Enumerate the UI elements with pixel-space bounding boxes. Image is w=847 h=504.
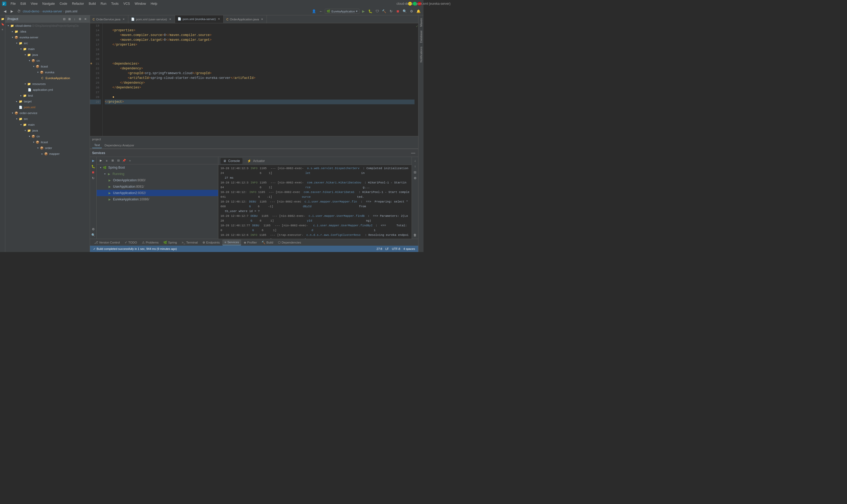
tab-dependency-analyzer[interactable]: Dependency Analyzer: [103, 142, 136, 148]
tab-version-control[interactable]: ⎇ Version Control: [92, 239, 122, 246]
svc-item-springboot[interactable]: ▾ 🌿 Spring Boot: [96, 164, 218, 171]
tab-problems[interactable]: ⚠ Problems: [140, 239, 161, 246]
tree-item-src-order[interactable]: ▾ 📁 src: [5, 116, 90, 122]
tree-item-itcast[interactable]: ▾ 📦 itcast: [5, 64, 90, 69]
tab-close-button[interactable]: ✕: [217, 17, 221, 21]
svc-toolbar-layout[interactable]: ≡: [104, 158, 109, 163]
svc-item-order-app[interactable]: ▶ OrderApplication :8080/: [96, 177, 218, 183]
collapse-all-button[interactable]: ⊟: [62, 17, 67, 21]
svc-debug-button[interactable]: 🐛: [91, 164, 96, 169]
settings-button[interactable]: ⚙: [409, 8, 415, 14]
back-button[interactable]: ◀: [2, 8, 8, 14]
console-clear-button[interactable]: 🗑: [412, 232, 418, 238]
profile-button[interactable]: 👤: [311, 8, 317, 14]
svc-toolbar-add[interactable]: +: [127, 158, 132, 163]
tree-item-target[interactable]: ▸ 📁 target: [5, 98, 90, 104]
tab-order-service[interactable]: C OrderService.java ✕: [90, 15, 128, 23]
code-content[interactable]: <properties> <maven.compiler.source>8</m…: [103, 23, 415, 136]
svc-item-user-app2[interactable]: ▶ UserApplication2 :8082/: [96, 190, 218, 196]
tree-item-pom-xml[interactable]: 📄 pom.xml: [5, 104, 90, 110]
svc-item-user-app[interactable]: ▶ UserApplication :8081/: [96, 183, 218, 190]
line-separator[interactable]: LF: [384, 246, 390, 252]
tree-item-java-order[interactable]: ▾ 📁 java: [5, 128, 90, 133]
cursor-position[interactable]: 27:8: [376, 246, 383, 252]
tree-item-src[interactable]: ▾ 📁 src: [5, 40, 90, 46]
tree-item-eureka-application[interactable]: C EurekaApplication: [5, 75, 90, 81]
svc-toolbar-run[interactable]: ▶: [98, 158, 104, 163]
svc-stop-button[interactable]: ⏹: [91, 170, 96, 175]
build-status[interactable]: ✓ Build completed successfully in 1 sec,…: [92, 246, 178, 252]
run-config[interactable]: 🌿 EurekaApplication ▾: [325, 9, 359, 14]
settings-panel-button[interactable]: ⚙: [77, 17, 82, 21]
menu-code[interactable]: Code: [57, 1, 69, 6]
tree-item-test[interactable]: ▸ 📁 test: [5, 93, 90, 98]
tab-close-button[interactable]: ✕: [122, 17, 125, 21]
search-everywhere-button[interactable]: 🔍: [402, 8, 408, 14]
tab-profiler[interactable]: ◈ Profiler: [242, 239, 259, 246]
tab-services[interactable]: ≡ Services: [222, 239, 241, 246]
tab-build[interactable]: 🔨 Build: [259, 239, 275, 246]
forward-button[interactable]: ▶: [9, 8, 15, 14]
menu-edit[interactable]: Edit: [18, 1, 28, 6]
maven-label[interactable]: Maven: [419, 17, 423, 28]
indent-settings[interactable]: 4 spaces: [402, 246, 416, 252]
build-button[interactable]: 🔨: [381, 8, 387, 14]
tab-terminal[interactable]: >_ Terminal: [179, 239, 200, 246]
svc-search-button[interactable]: 🔍: [91, 232, 96, 238]
database-label[interactable]: Database: [419, 30, 423, 44]
notifications-label[interactable]: Notifications: [419, 46, 423, 64]
console-filter-button[interactable]: ⊟: [412, 170, 418, 175]
svc-resume-button[interactable]: ↻: [91, 176, 96, 181]
tree-item-eureka-folder[interactable]: ▾ 📦 eureka: [5, 69, 90, 75]
tree-item-order-folder[interactable]: ▾ 📦 order: [5, 145, 90, 151]
tab-todo[interactable]: ✓ TODO: [123, 239, 139, 246]
tree-item-resources[interactable]: ▾ 📁 resources: [5, 81, 90, 87]
tab-close-button[interactable]: ✕: [168, 17, 172, 21]
svc-run-button[interactable]: ▶: [91, 158, 96, 163]
menu-window[interactable]: Window: [132, 1, 148, 6]
menu-vcs[interactable]: VCS: [121, 1, 132, 6]
menu-tools[interactable]: Tools: [109, 1, 121, 6]
menu-view[interactable]: View: [29, 1, 40, 6]
notifications-button[interactable]: 🔔: [416, 8, 421, 14]
menu-refactor[interactable]: Refactor: [70, 1, 86, 6]
tree-item-main-order[interactable]: ▾ 📁 main: [5, 122, 90, 128]
menu-help[interactable]: Help: [148, 1, 159, 6]
menu-file[interactable]: File: [8, 1, 18, 6]
tree-item-mapper[interactable]: ▸ 📦 mapper: [5, 151, 90, 157]
scroll-to-end-button[interactable]: ↓: [412, 158, 418, 163]
tab-order-application[interactable]: C OrderApplication.java ✕: [224, 15, 267, 23]
tab-endpoints[interactable]: ⊕ Endpoints: [200, 239, 222, 246]
expand-all-button[interactable]: ⊞: [67, 17, 72, 21]
menu-build[interactable]: Build: [87, 1, 98, 6]
tree-item-eureka-server[interactable]: ▾ 📦 eureka-server: [5, 34, 90, 40]
tree-item-cn-order[interactable]: ▾ 📦 cn: [5, 133, 90, 139]
tree-item-cloud-demo[interactable]: ▾ 📁 cloud-demo D:\DingJiaxiong\IdeaProje…: [5, 23, 90, 29]
close-panel-button[interactable]: ✕: [83, 17, 88, 21]
menu-run[interactable]: Run: [98, 1, 109, 6]
recent-files-button[interactable]: ⏱: [16, 8, 22, 14]
tree-item-itcast-order[interactable]: ▾ 📦 itcast: [5, 139, 90, 145]
encoding[interactable]: UTF-8: [391, 246, 401, 252]
console-tab-actuator[interactable]: ⚡ Actuator: [245, 158, 267, 164]
breadcrumb-module[interactable]: eureka-server: [42, 10, 62, 13]
tree-item-java[interactable]: ▾ 📁 java: [5, 52, 90, 58]
debug-button[interactable]: 🐛: [367, 8, 373, 14]
bookmark-icon[interactable]: 🔖: [0, 22, 5, 26]
sync-button[interactable]: ↻: [388, 8, 394, 14]
tree-item-cn[interactable]: ▾ 📦 cn: [5, 58, 90, 64]
svc-toolbar-pin[interactable]: 📌: [122, 158, 127, 163]
svc-toolbar-group[interactable]: ⊞: [110, 158, 115, 163]
menu-navigate[interactable]: Navigate: [40, 1, 57, 6]
project-icon[interactable]: 📁: [0, 16, 5, 21]
tree-item-main[interactable]: ▾ 📁 main: [5, 46, 90, 52]
tree-item-order-service[interactable]: ▾ 📦 order-service: [5, 110, 90, 116]
run-with-coverage-button[interactable]: 🛡: [374, 8, 380, 14]
tab-pom-user[interactable]: 📄 pom.xml (user-service) ✕: [128, 15, 175, 23]
tree-item-idea[interactable]: ▸ 📁 .idea: [5, 29, 90, 34]
svc-toolbar-filter[interactable]: ⊟: [116, 158, 121, 163]
sort-button[interactable]: ↕: [72, 17, 77, 21]
tab-close-button[interactable]: ✕: [260, 17, 264, 21]
services-minimize-button[interactable]: —: [410, 150, 416, 156]
tab-pom-eureka[interactable]: 📄 pom.xml (eureka-server) ✕: [175, 15, 224, 23]
